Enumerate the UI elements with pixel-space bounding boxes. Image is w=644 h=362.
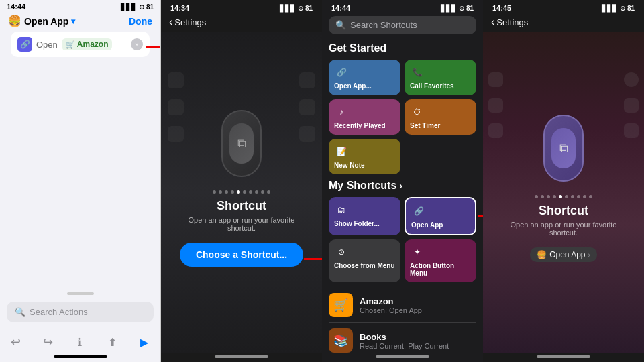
- search-bar-3[interactable]: 🔍 Search Shortcuts: [329, 16, 476, 34]
- shortcut-desc-4: Open an app or run your favorite shortcu…: [483, 221, 644, 237]
- tile-icon-note: 📝: [334, 144, 349, 159]
- signal-3: ▋▋▋: [441, 5, 457, 12]
- panel-shortcuts-picker: 14:44 ▋▋▋ ⊙ 81 🔍 Search Shortcuts Get St…: [322, 0, 483, 362]
- tile-new-note[interactable]: 📝 New Note: [329, 139, 400, 174]
- recent-item-amazon[interactable]: 🛒 Amazon Chosen: Open App: [329, 288, 476, 323]
- shortcut-desc-2: Open an app or run your favorite shortcu…: [161, 216, 322, 232]
- amazon-info: Amazon Chosen: Open App: [360, 296, 422, 314]
- battery-4: 81: [627, 5, 635, 12]
- back-label-4: Settings: [496, 17, 528, 27]
- my-shortcuts-title-row: My Shortcuts ›: [329, 180, 476, 192]
- dot: [553, 195, 556, 198]
- wifi-4: ⊙: [620, 5, 625, 12]
- page-dots-4: [535, 195, 592, 198]
- tile-icon-menu: ⊙: [334, 245, 349, 259]
- dot: [577, 195, 580, 198]
- done-button[interactable]: Done: [129, 16, 152, 27]
- choose-shortcut-button[interactable]: Choose a Shortcut...: [180, 243, 303, 267]
- chevron-icon: ›: [399, 180, 402, 191]
- amazon-desc: Chosen: Open App: [360, 306, 422, 314]
- tile-icon-music: ♪: [334, 105, 349, 119]
- action-row-container: 🔗 Open 🛒 Amazon ×: [0, 32, 160, 61]
- back-label-2: Settings: [174, 17, 206, 27]
- dot: [219, 190, 222, 194]
- books-desc: Read Current, Play Current: [360, 342, 449, 350]
- tile-action-button[interactable]: ✦ Action Button Menu: [405, 239, 476, 282]
- tile-label-note: New Note: [334, 162, 395, 169]
- open-icon: 🔗: [17, 37, 32, 52]
- action-label: Open: [36, 40, 58, 50]
- home-indicator-2: [215, 355, 268, 358]
- signal-4: ▋▋▋: [602, 5, 618, 12]
- tile-choose-menu[interactable]: ⊙ Choose from Menu: [329, 239, 400, 282]
- amazon-chip[interactable]: 🛒 Amazon: [62, 38, 113, 50]
- ghost-left: [168, 72, 184, 142]
- arrow-3-line: [478, 215, 483, 217]
- back-chevron-2: ‹: [169, 16, 172, 28]
- back-button-2[interactable]: ‹ Settings: [169, 16, 206, 28]
- tile-label-open-app-my: Open App: [411, 221, 470, 229]
- redo-button[interactable]: ↪: [40, 334, 56, 350]
- dot: [541, 195, 544, 198]
- tile-recently-played[interactable]: ♪ Recently Played: [329, 99, 400, 135]
- status-bar-2: 14:34 ▋▋▋ ⊙ 81: [161, 0, 322, 13]
- share-icon: ⬆: [108, 336, 117, 349]
- battery-2: 81: [305, 5, 313, 12]
- shortcut-label-2: Shortcut: [217, 199, 266, 213]
- info-button[interactable]: ℹ: [72, 334, 88, 350]
- tile-open-app-my[interactable]: 🔗 Open App: [405, 197, 476, 235]
- bottom-toolbar: ↩ ↪ ℹ ⬆ ▶: [0, 328, 160, 353]
- ghost-right: [299, 72, 315, 142]
- undo-button[interactable]: ↩: [8, 334, 24, 350]
- device-pill-4: ⧉: [543, 115, 584, 182]
- amazon-name: Amazon: [360, 296, 422, 306]
- my-shortcuts-grid: 🗂 Show Folder... 🔗 Open App ⊙ Choose fro…: [329, 197, 476, 282]
- device-body-4: ⧉ Shortcut Open an app or run your favor…: [483, 32, 644, 353]
- divider: [67, 292, 94, 295]
- nav-bar-4: ‹ Settings: [483, 13, 644, 32]
- search-actions-bar[interactable]: 🔍 Search Actions: [7, 302, 154, 322]
- status-icons-1: ▋▋▋ ⊙ 81: [121, 3, 154, 11]
- arrow-1-line: [146, 46, 161, 48]
- open-app-chip[interactable]: 🍔 Open App ›: [530, 247, 597, 262]
- back-button-4[interactable]: ‹ Settings: [491, 16, 528, 28]
- dot: [261, 190, 264, 194]
- tile-label-menu: Choose from Menu: [334, 262, 395, 269]
- search-text-3: Search Shortcuts: [350, 20, 417, 30]
- signal-icon: ▋▋▋: [121, 3, 137, 11]
- tile-label-music: Recently Played: [334, 122, 395, 129]
- battery-icon: 81: [146, 3, 154, 11]
- dot: [267, 190, 270, 194]
- tile-show-folder[interactable]: 🗂 Show Folder...: [329, 197, 400, 235]
- share-button[interactable]: ⬆: [104, 334, 120, 350]
- status-icons-4: ▋▋▋ ⊙ 81: [602, 5, 635, 12]
- back-chevron-4: ‹: [491, 16, 494, 28]
- arrow-2-container: [304, 254, 322, 263]
- pill-inner-4: ⧉: [551, 128, 576, 168]
- app-title-row: 🍔 Open App ▾ Done: [0, 12, 160, 32]
- dot: [547, 195, 550, 198]
- recent-item-books[interactable]: 📚 Books Read Current, Play Current: [329, 323, 476, 353]
- open-icon-glyph: 🔗: [20, 40, 30, 49]
- dot-active: [237, 190, 240, 194]
- tile-set-timer[interactable]: ⏱ Set Timer: [405, 99, 476, 135]
- clear-button[interactable]: ×: [131, 38, 143, 50]
- play-button[interactable]: ▶: [136, 334, 152, 350]
- panel-device-choose: 14:34 ▋▋▋ ⊙ 81 ‹ Settings ⧉: [161, 0, 322, 362]
- books-icon: 📚: [329, 328, 353, 353]
- ghost-left-4: [488, 72, 503, 138]
- undo-icon: ↩: [11, 335, 21, 349]
- status-bar-4: 14:45 ▋▋▋ ⊙ 81: [483, 0, 644, 13]
- tile-open-app[interactable]: 🔗 Open App...: [329, 60, 400, 95]
- page-dots-2: [213, 190, 270, 194]
- search-icon-3: 🔍: [335, 20, 346, 30]
- open-app-chip-icon: 🍔: [537, 250, 547, 259]
- tile-call-favorites[interactable]: 📞 Call Favorites: [405, 60, 476, 95]
- search-icon: 🔍: [15, 307, 25, 317]
- tile-icon-open-app: 🔗: [334, 65, 349, 80]
- layers-icon-4: ⧉: [559, 141, 568, 156]
- panel-1-bottom: 🔍 Search Actions ↩ ↪ ℹ ⬆ ▶: [0, 61, 160, 362]
- tile-icon-folder: 🗂: [334, 202, 349, 217]
- status-icons-3: ▋▋▋ ⊙ 81: [441, 5, 474, 12]
- chevron-down-icon[interactable]: ▾: [71, 17, 75, 26]
